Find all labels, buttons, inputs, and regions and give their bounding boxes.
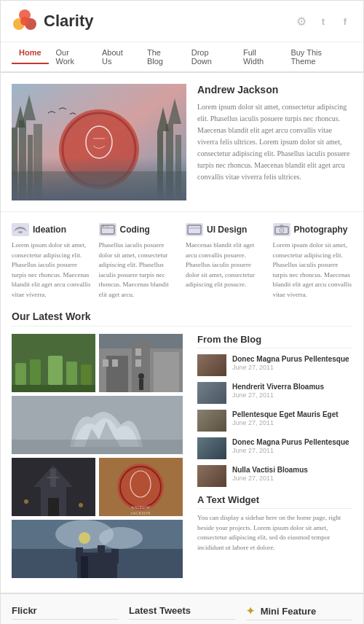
blog-thumb-2[interactable] <box>197 382 226 404</box>
from-blog-title: From the Blog <box>197 334 352 348</box>
hero-author: Andrew Jackson <box>197 84 352 95</box>
nav-item-blog[interactable]: The Blog <box>140 42 184 71</box>
blog-item-4: Donec Magna Purus Pellentesque June 27, … <box>197 437 352 459</box>
work-thumb-5[interactable]: ANDREW JACKSON <box>99 458 183 516</box>
svg-point-26 <box>107 226 108 227</box>
twitter-icon[interactable]: t <box>316 14 331 28</box>
svg-point-25 <box>105 226 106 227</box>
gear-icon[interactable]: ⚙ <box>294 14 309 28</box>
hero-image-bg <box>12 84 186 200</box>
coding-icon <box>99 223 116 236</box>
blog-title-4[interactable]: Donec Magna Purus Pellentesque <box>232 437 352 447</box>
blog-thumb-5[interactable] <box>197 465 226 487</box>
blog-thumb-1[interactable] <box>197 354 226 376</box>
flickr-widget: Flickr <box>12 605 118 624</box>
hero-body: Lorem ipsum dolor sit amet, consectetur … <box>197 101 352 183</box>
blog-info-4: Donec Magna Purus Pellentesque June 27, … <box>232 437 352 454</box>
nav-item-buytheme[interactable]: Buy This Theme <box>283 42 352 71</box>
blog-thumb-4[interactable] <box>197 437 226 459</box>
blog-date-5: June 27, 2011 <box>232 475 352 482</box>
feature-ideation: Ideation Lorem ipsum dolor sit amet, con… <box>12 223 92 300</box>
work-thumb-4[interactable] <box>12 458 95 516</box>
hero-image <box>12 84 186 200</box>
facebook-icon[interactable]: f <box>338 14 352 28</box>
nav-item-home[interactable]: Home <box>12 42 49 71</box>
svg-rect-49 <box>135 359 141 367</box>
blog-date-4: June 27, 2011 <box>232 447 352 454</box>
blog-title-1[interactable]: Donec Magna Purus Pellentesque <box>232 354 352 364</box>
svg-rect-59 <box>48 498 59 516</box>
mini-feature-sun-icon: ✦ <box>246 605 255 617</box>
work-thumb-2[interactable] <box>99 334 183 392</box>
svg-rect-77 <box>81 556 88 578</box>
svg-rect-75 <box>98 545 105 563</box>
svg-rect-35 <box>15 363 26 385</box>
coding-title: Coding <box>120 225 150 235</box>
blog-item-3: Pellentesque Eget Mauris Eget June 27, 2… <box>197 410 352 432</box>
svg-rect-48 <box>135 348 141 356</box>
svg-rect-37 <box>48 356 63 385</box>
tweets-widget: Latest Tweets @JavaScriptions Went to le… <box>129 605 235 624</box>
uidesign-icon <box>186 223 203 236</box>
blog-info-1: Donec Magna Purus Pellentesque June 27, … <box>232 354 352 371</box>
flickr-title: Flickr <box>12 605 118 620</box>
work-thumb-1[interactable] <box>12 334 95 392</box>
blog-sidebar: From the Blog Donec Magna Purus Pellente… <box>197 334 352 582</box>
photography-title: Photography <box>294 225 348 235</box>
header: Clarity ⚙ t f <box>1 1 363 42</box>
svg-rect-47 <box>112 359 118 367</box>
svg-point-71 <box>99 527 143 549</box>
svg-point-60 <box>24 499 28 504</box>
svg-point-33 <box>280 230 282 232</box>
nav-item-about[interactable]: About Us <box>95 42 140 71</box>
header-icons: ⚙ t f <box>294 14 352 28</box>
svg-text:ANDREW: ANDREW <box>131 505 151 510</box>
blog-date-2: June 27, 2011 <box>232 391 352 399</box>
feature-ideation-header: Ideation <box>12 223 92 236</box>
svg-rect-23 <box>101 227 114 229</box>
hero-section: Andrew Jackson Lorem ipsum dolor sit ame… <box>1 73 363 211</box>
svg-rect-30 <box>195 230 200 231</box>
logo-icon <box>12 8 38 34</box>
work-thumb-6[interactable] <box>12 520 183 578</box>
svg-rect-76 <box>111 549 119 563</box>
text-widget-body: You can display a sidebar here on the ho… <box>197 513 352 553</box>
latest-work-section: Our Latest Work <box>1 311 363 593</box>
blog-thumb-3[interactable] <box>197 410 226 432</box>
text-widget: A Text Widget You can display a sidebar … <box>197 494 352 553</box>
svg-rect-53 <box>12 440 183 454</box>
logo-area: Clarity <box>12 8 93 34</box>
work-row-2 <box>12 396 186 454</box>
blog-item-2: Hendrerit Viverra Bloamus June 27, 2011 <box>197 382 352 404</box>
nav-item-ourwork[interactable]: Our Work <box>49 42 95 71</box>
svg-rect-39 <box>81 364 92 385</box>
feature-photography: Photography Lorem ipsum dolor sit amet, … <box>273 223 353 300</box>
hero-text: Andrew Jackson Lorem ipsum dolor sit ame… <box>197 84 352 200</box>
blog-date-1: June 27, 2011 <box>232 364 352 371</box>
photography-icon <box>273 223 290 236</box>
feature-uidesign-header: UI Design <box>186 223 266 236</box>
coding-text: Phasellus iaculis posuere dolor sit amet… <box>99 241 179 300</box>
svg-rect-46 <box>103 359 108 367</box>
blog-item-1: Donec Magna Purus Pellentesque June 27, … <box>197 354 352 376</box>
footer-widgets: Flickr Latest Tweets @JavaScriptions Wen… <box>1 593 363 624</box>
blog-title-2[interactable]: Hendrerit Viverra Bloamus <box>232 382 352 391</box>
svg-rect-21 <box>18 231 23 233</box>
nav-item-fullwidth[interactable]: Full Width <box>236 42 283 71</box>
work-thumb-3[interactable] <box>12 396 183 454</box>
blog-title-3[interactable]: Pellentesque Eget Mauris Eget <box>232 410 352 419</box>
blog-title-5[interactable]: Nulla Vactisi Bloamus <box>232 465 352 475</box>
svg-rect-51 <box>139 379 143 390</box>
uidesign-text: Maecenas blandit elit aget arcu convalli… <box>186 241 266 290</box>
svg-point-72 <box>79 532 90 544</box>
svg-point-50 <box>138 373 144 379</box>
work-row-1 <box>12 334 186 392</box>
mini-feature-title-bar: ✦ Mini Feature <box>246 605 352 620</box>
svg-point-24 <box>103 226 104 227</box>
svg-rect-38 <box>66 362 77 385</box>
content-row: ANDREW JACKSON <box>12 334 352 582</box>
blog-info-2: Hendrerit Viverra Bloamus June 27, 2011 <box>232 382 352 399</box>
nav: Home Our Work About Us The Blog Drop Dow… <box>1 42 363 73</box>
work-row-3: ANDREW JACKSON <box>12 458 186 516</box>
nav-item-dropdown[interactable]: Drop Down <box>184 42 236 71</box>
